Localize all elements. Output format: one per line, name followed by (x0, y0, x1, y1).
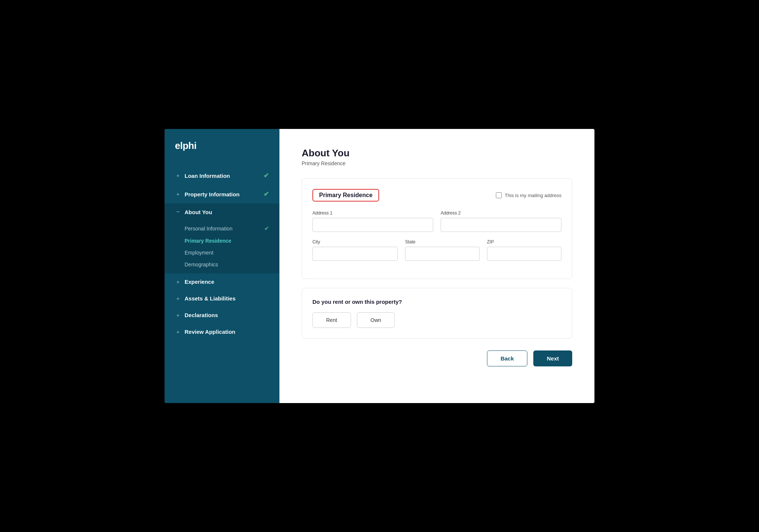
about-you-subnav: Personal Information ✔ Primary Residence… (165, 220, 279, 273)
plus-icon: + (175, 173, 181, 179)
sidebar-nav: + Loan Information ✔ + Property Informat… (165, 166, 279, 403)
page-subtitle: Primary Residence (302, 160, 572, 166)
footer-buttons: Back Next (302, 350, 572, 366)
plus-icon: + (175, 312, 181, 318)
back-button[interactable]: Back (487, 350, 528, 366)
address2-label: Address 2 (441, 210, 561, 216)
minus-icon: − (175, 209, 181, 215)
address1-input[interactable] (312, 218, 433, 232)
page-title: About You (302, 147, 572, 159)
card-title: Primary Residence (312, 189, 379, 202)
sidebar-item-property-information[interactable]: + Property Information ✔ (165, 185, 279, 203)
rent-own-card: Do you rent or own this property? Rent O… (302, 288, 572, 339)
city-input[interactable] (312, 247, 398, 261)
city-label: City (312, 239, 398, 245)
zip-group: ZIP (487, 239, 561, 261)
subnav-label: Personal Information (185, 226, 232, 232)
sidebar-item-label: Declarations (185, 312, 218, 318)
sidebar-item-loan-information[interactable]: + Loan Information ✔ (165, 166, 279, 185)
app-logo: elphi (165, 140, 279, 166)
subnav-item-personal-information[interactable]: Personal Information ✔ (165, 222, 279, 235)
sidebar-item-label: Assets & Liabilities (185, 295, 236, 302)
rent-own-options: Rent Own (312, 312, 561, 328)
sidebar-item-label: Property Information (185, 191, 239, 197)
address2-group: Address 2 (441, 210, 561, 232)
card-header: Primary Residence This is my mailing add… (312, 189, 561, 202)
plus-icon: + (175, 296, 181, 302)
sidebar-item-about-you[interactable]: − About You (165, 203, 279, 220)
subnav-label: Employment (185, 250, 213, 256)
city-group: City (312, 239, 398, 261)
mailing-checkbox-label-text: This is my mailing address (505, 193, 561, 198)
sidebar-item-label: About You (185, 209, 212, 215)
mailing-address-checkbox[interactable] (496, 192, 502, 198)
city-state-zip-row: City State ZIP (312, 239, 561, 261)
own-button[interactable]: Own (357, 312, 395, 328)
subnav-item-employment[interactable]: Employment (165, 247, 279, 259)
subnav-check-icon: ✔ (264, 225, 269, 232)
sidebar-item-label: Experience (185, 279, 214, 285)
rent-button[interactable]: Rent (312, 312, 351, 328)
main-content: About You Primary Residence Primary Resi… (279, 129, 594, 403)
sidebar-item-label: Review Application (185, 329, 235, 335)
check-icon: ✔ (264, 172, 269, 180)
plus-icon: + (175, 279, 181, 285)
address1-group: Address 1 (312, 210, 433, 232)
plus-icon: + (175, 191, 181, 197)
state-label: State (405, 239, 480, 245)
subnav-label: Primary Residence (185, 238, 231, 244)
subnav-item-primary-residence[interactable]: Primary Residence (165, 235, 279, 247)
plus-icon: + (175, 329, 181, 335)
address1-label: Address 1 (312, 210, 433, 216)
rent-own-question: Do you rent or own this property? (312, 299, 561, 305)
sidebar-item-label: Loan Information (185, 173, 230, 179)
sidebar: elphi + Loan Information ✔ + Property In… (165, 129, 279, 403)
sidebar-item-review-application[interactable]: + Review Application (165, 323, 279, 340)
address-row: Address 1 Address 2 (312, 210, 561, 232)
subnav-item-demographics[interactable]: Demographics (165, 259, 279, 270)
sidebar-item-experience[interactable]: + Experience (165, 273, 279, 290)
state-input[interactable] (405, 247, 480, 261)
sidebar-item-declarations[interactable]: + Declarations (165, 307, 279, 323)
sidebar-item-assets-liabilities[interactable]: + Assets & Liabilities (165, 290, 279, 307)
address2-input[interactable] (441, 218, 561, 232)
zip-label: ZIP (487, 239, 561, 245)
primary-residence-card: Primary Residence This is my mailing add… (302, 178, 572, 279)
zip-input[interactable] (487, 247, 561, 261)
subnav-label: Demographics (185, 262, 218, 267)
mailing-address-checkbox-label[interactable]: This is my mailing address (496, 192, 561, 198)
check-icon: ✔ (264, 190, 269, 198)
state-group: State (405, 239, 480, 261)
next-button[interactable]: Next (533, 350, 572, 366)
